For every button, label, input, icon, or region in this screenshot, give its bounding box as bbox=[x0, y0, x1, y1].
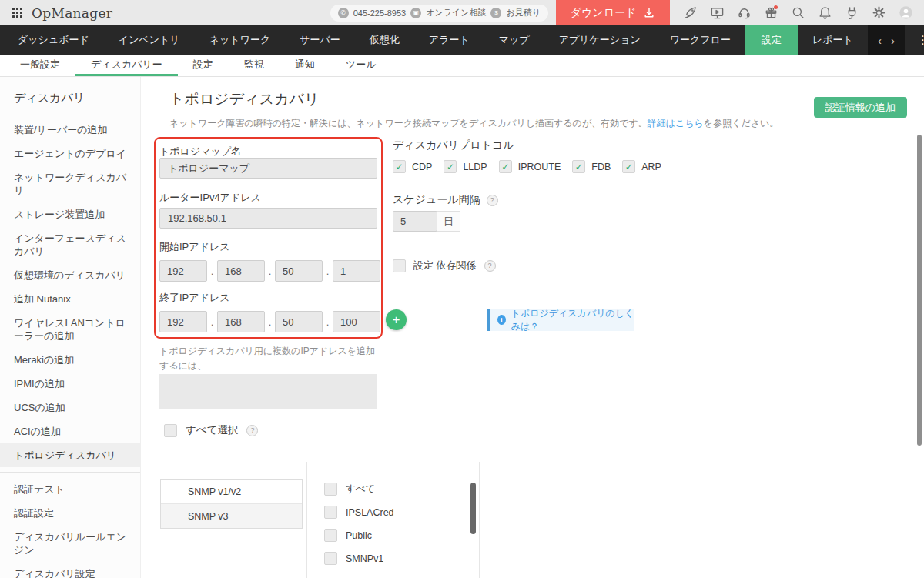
nav-item-alerts[interactable]: アラート bbox=[414, 25, 484, 55]
end-ip-octet-3[interactable] bbox=[275, 311, 323, 332]
nav-prev-icon[interactable]: ‹ bbox=[878, 34, 882, 47]
nav-next-icon[interactable]: › bbox=[891, 34, 895, 47]
phone-number[interactable]: 045-225-8953 bbox=[353, 8, 407, 18]
page-scrollbar[interactable] bbox=[917, 135, 922, 446]
demo-video-icon[interactable] bbox=[709, 5, 725, 21]
credential-tab-snmp-v1v2[interactable]: SNMP v1/v2 bbox=[161, 480, 302, 504]
sidebar-item-add-device-server[interactable]: 装置/サーバーの追加 bbox=[0, 118, 140, 142]
how-it-works-info-box[interactable]: i トポロジディスカバリのしくみは？ bbox=[487, 309, 634, 331]
sidebar-item-credential-settings[interactable]: 認証設定 bbox=[0, 501, 140, 525]
online-consult-link[interactable]: オンライン相談 bbox=[426, 7, 486, 18]
protocol-option-lldp: ✓LLDP bbox=[444, 160, 487, 173]
end-ip-octet-2[interactable] bbox=[217, 311, 265, 332]
gift-icon[interactable] bbox=[763, 5, 778, 21]
sidebar-item-network-discovery[interactable]: ネットワークディスカバリ bbox=[0, 165, 140, 202]
credential-label-all: すべて bbox=[346, 483, 375, 496]
dependency-help-icon[interactable]: ? bbox=[484, 260, 496, 272]
start-ip-octet-2[interactable] bbox=[217, 260, 265, 282]
checkbox-credential-smnpv1[interactable]: ✓ bbox=[324, 552, 337, 565]
add-credential-button[interactable]: 認証情報の追加 bbox=[814, 97, 907, 118]
rocket-icon[interactable] bbox=[682, 5, 698, 21]
checkbox-lldp[interactable]: ✓ bbox=[444, 160, 457, 173]
contact-pill: ✆ 045-225-8953 ▣ オンライン相談 $ お見積り bbox=[330, 5, 548, 22]
nav-more-icon[interactable]: ⋮ bbox=[905, 25, 924, 55]
credential-list-scrollbar[interactable] bbox=[470, 483, 476, 534]
bell-icon[interactable] bbox=[817, 5, 832, 21]
checkbox-credential-ipslacred[interactable]: ✓ bbox=[324, 506, 337, 519]
sidebar-item-add-meraki[interactable]: Merakiの追加 bbox=[0, 348, 140, 372]
multi-ip-textarea[interactable] bbox=[159, 374, 377, 409]
sidebar-item-add-nutanix[interactable]: 追加 Nutanix bbox=[0, 287, 140, 311]
topology-discovery-panel: トポロジディスカバリ ネットワーク障害の瞬時の特定・解決には、ネットワーク接続マ… bbox=[141, 77, 924, 578]
nav-item-inventory[interactable]: インベントリ bbox=[104, 25, 195, 55]
start-ip-octet-1[interactable] bbox=[159, 260, 207, 282]
map-name-input[interactable] bbox=[159, 158, 377, 179]
sidebar-item-add-aci[interactable]: ACIの追加 bbox=[0, 419, 140, 443]
user-avatar[interactable] bbox=[898, 5, 913, 21]
discovery-protocol-label: ディスカバリプロトコル bbox=[393, 139, 514, 152]
checkbox-credential-public[interactable]: ✓ bbox=[324, 529, 337, 542]
sidebar-item-deploy-agent[interactable]: エージェントのデプロイ bbox=[0, 142, 140, 165]
subnav-tab-settings[interactable]: 設定 bbox=[178, 55, 229, 76]
end-ip-octet-4[interactable] bbox=[333, 311, 380, 332]
schedule-interval-input[interactable] bbox=[393, 211, 437, 232]
plugin-icon[interactable] bbox=[844, 5, 859, 21]
app-logo[interactable]: OpManager bbox=[32, 5, 112, 21]
subnav-tab-tools[interactable]: ツール bbox=[330, 55, 392, 76]
sidebar-item-discovery-settings[interactable]: ディスカバリ設定 bbox=[0, 562, 140, 578]
search-icon[interactable] bbox=[790, 5, 805, 21]
router-ip-input[interactable] bbox=[159, 208, 377, 229]
estimate-link[interactable]: お見積り bbox=[506, 7, 541, 18]
nav-item-server[interactable]: サーバー bbox=[285, 25, 355, 55]
subnav-tab-discovery[interactable]: ディスカバリー bbox=[75, 55, 178, 76]
phone-icon: ✆ bbox=[338, 8, 349, 18]
sidebar-item-topology-discovery[interactable]: トポロジディスカバリ bbox=[0, 443, 140, 467]
start-ip-octet-3[interactable] bbox=[275, 260, 323, 282]
checkbox-iproute[interactable]: ✓ bbox=[499, 160, 512, 173]
nav-item-applications[interactable]: アプリケーション bbox=[544, 25, 655, 55]
nav-item-virtualization[interactable]: 仮想化 bbox=[355, 25, 414, 55]
how-it-works-link[interactable]: トポロジディスカバリのしくみは？ bbox=[511, 307, 634, 333]
nav-item-settings[interactable]: 設定 bbox=[745, 25, 798, 55]
sidebar-item-discovery-rule-engine[interactable]: ディスカバリルールエンジン bbox=[0, 525, 140, 562]
schedule-help-icon[interactable]: ? bbox=[487, 195, 498, 206]
sidebar-item-add-wlan-controller[interactable]: ワイヤレスLANコントローラーの追加 bbox=[0, 311, 140, 348]
dependency-label: 設定 依存関係 bbox=[413, 259, 477, 272]
multi-ip-hint-line1: トポロジディスカバリ用に複数のIPアドレスを追加するには、 bbox=[159, 346, 375, 371]
checkbox-cdp[interactable]: ✓ bbox=[393, 160, 406, 173]
checkbox-arp[interactable]: ✓ bbox=[622, 160, 635, 173]
download-button[interactable]: ダウンロード bbox=[556, 0, 670, 25]
credential-tab-snmp-v3[interactable]: SNMP v3 bbox=[161, 504, 302, 528]
dependency-checkbox[interactable] bbox=[393, 259, 406, 272]
sidebar-item-add-ipmi[interactable]: IPMIの追加 bbox=[0, 372, 140, 396]
schedule-interval-label: スケジュール間隔 bbox=[393, 193, 480, 207]
select-all-checkbox[interactable] bbox=[164, 424, 177, 437]
nav-item-maps[interactable]: マップ bbox=[484, 25, 544, 55]
start-ip-octet-4[interactable] bbox=[333, 260, 380, 282]
app-grid-icon[interactable] bbox=[12, 8, 22, 18]
sidebar-item-virtual-env-discovery[interactable]: 仮想環境のディスカバリ bbox=[0, 263, 140, 287]
sidebar-item-add-storage[interactable]: ストレージ装置追加 bbox=[0, 202, 140, 226]
nav-item-network[interactable]: ネットワーク bbox=[195, 25, 286, 55]
end-ip-octet-1[interactable] bbox=[159, 311, 207, 332]
protocol-option-iproute: ✓IPROUTE bbox=[499, 160, 561, 173]
nav-item-reports[interactable]: レポート bbox=[798, 25, 868, 55]
subnav-tab-general-settings[interactable]: 一般設定 bbox=[5, 55, 75, 76]
sidebar-item-interface-discovery[interactable]: インターフェースディスカバリ bbox=[0, 226, 140, 263]
nav-item-workflow[interactable]: ワークフロー bbox=[655, 25, 745, 55]
details-link[interactable]: 詳細はこちら bbox=[648, 118, 704, 129]
checkbox-fdb[interactable]: ✓ bbox=[572, 160, 585, 173]
sidebar-item-add-ucs[interactable]: UCSの追加 bbox=[0, 396, 140, 419]
add-ip-range-button[interactable]: + bbox=[386, 309, 407, 330]
gear-icon[interactable] bbox=[871, 5, 886, 21]
protocol-option-cdp: ✓CDP bbox=[393, 160, 432, 173]
discovery-sidebar: ディスカバリ 装置/サーバーの追加エージェントのデプロイネットワークディスカバリ… bbox=[0, 77, 141, 578]
sidebar-item-credential-test[interactable]: 認証テスト bbox=[0, 477, 140, 501]
support-headset-icon[interactable] bbox=[736, 5, 752, 21]
subnav-tab-notification[interactable]: 通知 bbox=[280, 55, 330, 76]
subnav-tab-monitoring[interactable]: 監視 bbox=[229, 55, 280, 76]
nav-item-dashboard[interactable]: ダッシュボード bbox=[3, 25, 104, 55]
octet-separator: . bbox=[210, 266, 214, 277]
checkbox-credential-all[interactable]: ✓ bbox=[324, 483, 337, 496]
select-all-help-icon[interactable]: ? bbox=[246, 425, 258, 436]
